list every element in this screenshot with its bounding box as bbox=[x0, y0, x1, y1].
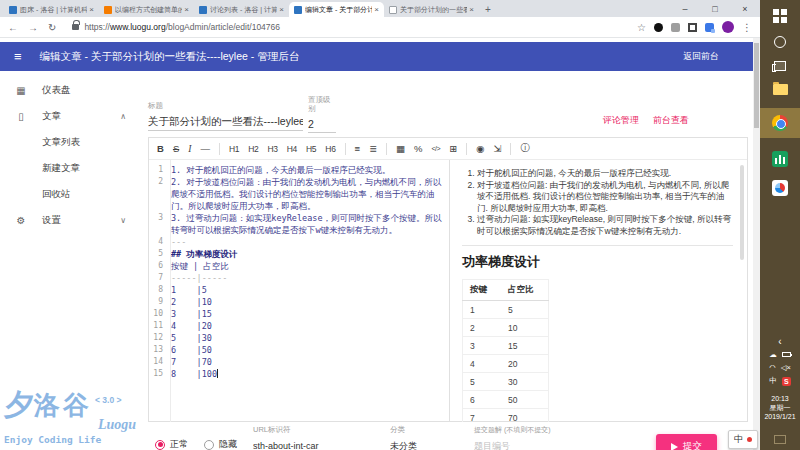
page-scrollbar[interactable] bbox=[753, 38, 760, 450]
toolbar-button[interactable]: H4 bbox=[287, 144, 297, 154]
task-view-icon[interactable] bbox=[774, 61, 786, 71]
cloud-icon[interactable]: ☁ bbox=[769, 350, 777, 359]
url-slug-input[interactable] bbox=[253, 439, 368, 450]
extension-icon[interactable] bbox=[671, 23, 680, 32]
toolbar-button[interactable]: ≣ bbox=[369, 143, 377, 154]
volume-muted-icon[interactable]: ◁× bbox=[781, 363, 791, 372]
submit-button[interactable]: 提交 bbox=[656, 434, 717, 450]
file-explorer-icon[interactable] bbox=[773, 84, 788, 95]
toolbar-button[interactable] bbox=[466, 143, 467, 155]
sidebar-item[interactable]: ⚙ 设置 ∨ bbox=[0, 207, 140, 233]
toolbar-button[interactable]: ⊞ bbox=[449, 143, 457, 154]
refresh-icon[interactable]: ↻ bbox=[48, 22, 56, 33]
status-normal-radio[interactable] bbox=[155, 440, 165, 450]
sidebar-item[interactable]: 文章列表 bbox=[0, 129, 140, 155]
editor-line: 7 -----|----- bbox=[149, 272, 449, 284]
close-button[interactable]: × bbox=[730, 0, 760, 17]
profile-avatar[interactable] bbox=[722, 21, 734, 33]
line-number: 2 bbox=[149, 176, 167, 212]
browser-tab[interactable]: 关于部分计划的一些看法----ley × bbox=[384, 2, 479, 17]
show-desktop-button[interactable] bbox=[774, 435, 786, 444]
chrome-taskbar-active[interactable] bbox=[760, 108, 800, 138]
table-cell-duty: 5 bbox=[501, 301, 548, 319]
markdown-source-pane[interactable]: 1 1. 对于舵机回正的问题，今天的最后一版程序已经实现。 2 2. 对于坡道档… bbox=[149, 160, 449, 422]
sidebar-item[interactable]: 新建文章 bbox=[0, 155, 140, 181]
toolbar-button[interactable]: H1 bbox=[229, 144, 239, 154]
settings-icon: ⚙ bbox=[14, 215, 28, 226]
green-app-icon[interactable] bbox=[772, 151, 788, 167]
toolbar-button[interactable] bbox=[510, 143, 511, 155]
url-input[interactable]: https://www.luogu.org/blogAdmin/article/… bbox=[72, 22, 623, 32]
toolbar-button[interactable]: % bbox=[414, 143, 422, 154]
toolbar-button[interactable]: H5 bbox=[306, 144, 316, 154]
translate-extension-icon[interactable] bbox=[705, 23, 714, 32]
start-button-icon[interactable] bbox=[773, 9, 787, 23]
toolbar-button[interactable]: S bbox=[173, 143, 179, 154]
preview-scrollbar[interactable] bbox=[740, 165, 744, 260]
title-input[interactable] bbox=[148, 114, 303, 131]
browser-menu-icon[interactable]: ⋮ bbox=[742, 22, 752, 33]
logo-name: 洛谷 bbox=[34, 392, 92, 418]
toolbar-button[interactable]: ⓘ bbox=[520, 142, 530, 155]
browser-tab[interactable]: 讨论列表 - 洛谷 | 计算机科学教 × bbox=[194, 2, 289, 17]
ime-language-indicator[interactable]: 中 bbox=[769, 376, 777, 386]
cortana-icon[interactable] bbox=[774, 36, 786, 48]
tab-close-icon[interactable]: × bbox=[89, 5, 94, 14]
taskbar-clock[interactable]: 20:13 星期一 2019/1/21 bbox=[764, 394, 795, 421]
battery-icon[interactable] bbox=[782, 352, 791, 357]
toolbar-button[interactable] bbox=[345, 143, 346, 155]
browser-tab[interactable]: 编辑文章 - 关于部分计划的一些 × bbox=[289, 2, 384, 17]
toolbar-button[interactable]: ⇲ bbox=[493, 143, 501, 154]
category-select[interactable] bbox=[390, 439, 452, 450]
tab-close-icon[interactable]: × bbox=[469, 5, 474, 14]
back-to-front-link[interactable]: 返回前台 bbox=[683, 50, 719, 63]
status-hidden-label: 隐藏 bbox=[219, 438, 237, 450]
solution-input[interactable] bbox=[474, 439, 602, 450]
minimize-button[interactable]: – bbox=[670, 0, 700, 17]
toolbar-button[interactable]: ≡ bbox=[355, 143, 361, 154]
toolbar-button[interactable]: H3 bbox=[267, 144, 277, 154]
hidden-icons-chevron[interactable]: ‹ bbox=[778, 338, 781, 346]
browser-tab[interactable]: 以编程方式创建简单的 App - M × bbox=[99, 2, 194, 17]
hamburger-menu-icon[interactable]: ≡ bbox=[14, 49, 22, 64]
network-icon[interactable]: ◠ bbox=[769, 363, 776, 372]
sidebar-item[interactable]: ▦ 仪表盘 bbox=[0, 77, 140, 103]
status-hidden-radio[interactable] bbox=[204, 440, 214, 450]
toolbar-button[interactable]: — bbox=[200, 143, 210, 154]
comment-manage-link[interactable]: 评论管理 bbox=[603, 114, 639, 127]
toolbar-button[interactable] bbox=[219, 143, 220, 155]
toolbar-button[interactable] bbox=[386, 143, 387, 155]
editor-line: 14 7 |70 bbox=[149, 356, 449, 368]
toolbar-button[interactable]: ▦ bbox=[396, 143, 405, 154]
maximize-button[interactable]: □ bbox=[700, 0, 730, 17]
back-icon[interactable]: ← bbox=[8, 22, 18, 33]
toolbar-button[interactable]: H2 bbox=[248, 144, 258, 154]
colorful-app-icon[interactable] bbox=[772, 180, 788, 196]
sogou-floating-bar[interactable]: 中 bbox=[728, 430, 758, 449]
qr-extension-icon[interactable] bbox=[688, 23, 697, 32]
tab-close-icon[interactable]: × bbox=[279, 5, 284, 14]
tab-close-icon[interactable]: × bbox=[374, 5, 379, 14]
sogou-ime-icon[interactable]: S bbox=[782, 377, 791, 386]
browser-tab[interactable]: 图床 - 洛谷 | 计算机科学教育新 × bbox=[4, 2, 99, 17]
new-tab-button[interactable]: + bbox=[479, 2, 497, 17]
sogou-mode-label[interactable]: 中 bbox=[734, 433, 743, 446]
tab-close-icon[interactable]: × bbox=[184, 5, 189, 14]
markdown-preview-pane: 对于舵机回正的问题, 今天的最后一版程序已经实现. 对于坡道档位问题: 由于我们… bbox=[449, 160, 747, 422]
toolbar-button[interactable]: </> bbox=[432, 145, 441, 152]
forward-icon[interactable]: → bbox=[28, 22, 38, 33]
sidebar-item[interactable]: ▯ 文章 ∧ bbox=[0, 103, 140, 129]
bookmark-star-icon[interactable]: ☆ bbox=[637, 22, 646, 33]
toolbar-button[interactable]: B bbox=[157, 143, 164, 154]
line-text: --- bbox=[167, 236, 449, 248]
toolbar-button[interactable]: ◉ bbox=[476, 143, 484, 154]
toolbar-button[interactable]: H6 bbox=[325, 144, 335, 154]
pin-level-input[interactable] bbox=[308, 116, 336, 133]
sidebar-item[interactable]: 回收站 bbox=[0, 181, 140, 207]
line-number: 5 bbox=[149, 248, 167, 260]
adblock-extension-icon[interactable] bbox=[654, 23, 663, 32]
scrollbar-thumb[interactable] bbox=[754, 43, 759, 128]
chrome-icon[interactable] bbox=[772, 115, 788, 131]
toolbar-button[interactable]: I bbox=[188, 144, 191, 154]
view-front-link[interactable]: 前台查看 bbox=[653, 114, 689, 127]
